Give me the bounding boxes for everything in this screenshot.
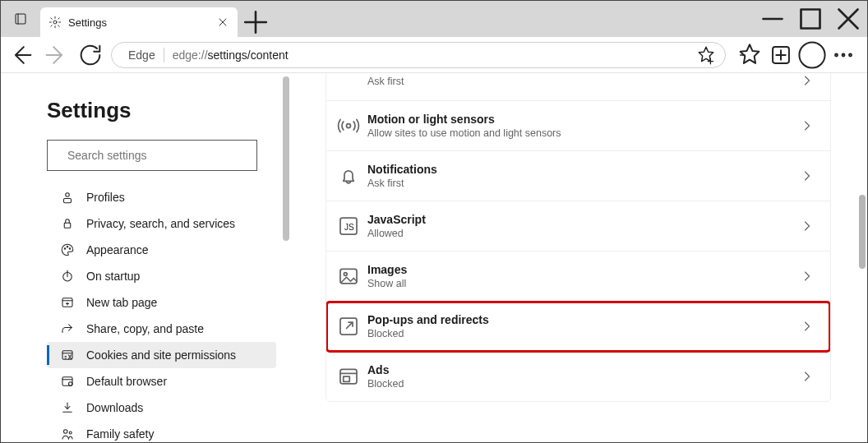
sidebar-item-downloads-icon xyxy=(60,400,75,415)
window-controls xyxy=(754,1,867,37)
svg-rect-12 xyxy=(64,223,71,228)
sidebar-item-startup[interactable]: On startup xyxy=(47,263,276,289)
chevron-right-icon xyxy=(799,268,815,284)
sidebar-item-label: Cookies and site permissions xyxy=(86,348,236,362)
tab-settings[interactable]: Settings xyxy=(40,7,238,37)
sidebar-item-appearance[interactable]: Appearance xyxy=(47,237,276,263)
sidebar-item-profiles-icon xyxy=(60,190,75,205)
perm-sensors-icon xyxy=(336,113,361,138)
forward-button[interactable] xyxy=(42,41,70,69)
perm-javascript[interactable]: JSJavaScriptAllowed xyxy=(326,201,830,251)
separator xyxy=(164,48,164,62)
sidebar-item-cookies-icon xyxy=(60,348,75,362)
perm-subtitle: Allowed xyxy=(367,228,799,239)
chevron-right-icon xyxy=(799,118,815,134)
perm-text: Pop-ups and redirectsBlocked xyxy=(361,313,799,339)
settings-sidebar: Settings ProfilesPrivacy, search, and se… xyxy=(1,73,276,442)
sidebar-item-profiles[interactable]: Profiles xyxy=(47,184,276,210)
svg-rect-2 xyxy=(801,10,820,29)
perm-text: Ask first xyxy=(361,74,799,87)
sidebar-item-default-browser-icon xyxy=(60,374,75,389)
page-scrollbar[interactable] xyxy=(854,73,867,442)
sidebar-scrollbar[interactable] xyxy=(279,73,293,442)
sidebar-container: Settings ProfilesPrivacy, search, and se… xyxy=(1,73,293,442)
chevron-right-icon xyxy=(799,318,815,335)
tab-close-button[interactable] xyxy=(216,16,229,29)
back-button[interactable] xyxy=(7,41,35,69)
perm-title: JavaScript xyxy=(367,213,799,226)
tab-actions-button[interactable] xyxy=(1,1,40,37)
sidebar-item-label: Family safety xyxy=(86,427,154,441)
perm-subtitle: Ask first xyxy=(367,76,799,87)
svg-rect-0 xyxy=(16,14,25,24)
chevron-right-icon xyxy=(799,368,815,385)
perm-text: ImagesShow all xyxy=(361,263,799,289)
perm-mic[interactable]: Ask first xyxy=(326,73,830,101)
svg-point-15 xyxy=(69,248,71,250)
svg-rect-19 xyxy=(62,377,72,386)
sidebar-item-label: New tab page xyxy=(86,296,157,309)
new-tab-button[interactable] xyxy=(238,7,274,37)
profile-button[interactable] xyxy=(798,41,826,69)
sidebar-item-newtab[interactable]: New tab page xyxy=(47,289,276,316)
perm-title: Ads xyxy=(367,363,799,376)
scroll-thumb[interactable] xyxy=(283,76,289,241)
maximize-button[interactable] xyxy=(792,1,829,37)
scroll-thumb[interactable] xyxy=(859,195,866,269)
sidebar-item-label: Privacy, search, and services xyxy=(86,217,235,230)
close-window-button[interactable] xyxy=(829,1,867,37)
perm-notifications-icon xyxy=(336,164,361,188)
perm-popups[interactable]: Pop-ups and redirectsBlocked xyxy=(326,302,830,352)
search-settings-box[interactable] xyxy=(47,140,257,171)
main-area: Ask firstMotion or light sensorsAllow si… xyxy=(293,73,867,442)
sidebar-item-family[interactable]: Family safety xyxy=(47,421,276,442)
perm-ads[interactable]: AdsBlocked xyxy=(326,352,830,401)
sidebar-item-privacy-icon xyxy=(60,216,75,231)
sidebar-item-downloads[interactable]: Downloads xyxy=(47,395,276,421)
svg-point-5 xyxy=(799,42,824,67)
sidebar-item-label: Share, copy, and paste xyxy=(86,322,204,335)
perm-notifications[interactable]: NotificationsAsk first xyxy=(326,151,830,201)
perm-javascript-icon: JS xyxy=(336,214,361,238)
sidebar-item-label: Default browser xyxy=(86,375,167,388)
toolbar-right xyxy=(732,41,861,69)
address-bar[interactable]: Edge edge://settings/content xyxy=(111,42,726,68)
svg-point-20 xyxy=(69,382,73,386)
svg-text:JS: JS xyxy=(344,223,354,232)
settings-nav: ProfilesPrivacy, search, and servicesApp… xyxy=(47,184,276,442)
perm-text: AdsBlocked xyxy=(361,363,799,390)
sidebar-item-privacy[interactable]: Privacy, search, and services xyxy=(47,210,276,237)
favorite-button[interactable] xyxy=(695,44,717,66)
content: Ask firstMotion or light sensorsAllow si… xyxy=(293,73,867,442)
perm-title: Images xyxy=(367,263,799,276)
sidebar-item-family-icon xyxy=(60,427,75,441)
collections-button[interactable] xyxy=(767,41,795,69)
sidebar-item-label: Profiles xyxy=(86,191,125,204)
search-settings-input[interactable] xyxy=(66,148,248,163)
perm-images[interactable]: ImagesShow all xyxy=(326,251,830,302)
perm-subtitle: Ask first xyxy=(367,178,799,189)
svg-point-8 xyxy=(849,53,852,56)
minimize-button[interactable] xyxy=(754,1,792,37)
sidebar-item-cookies[interactable]: Cookies and site permissions xyxy=(47,342,276,368)
sidebar-item-label: Downloads xyxy=(86,401,143,414)
perm-title: Pop-ups and redirects xyxy=(367,313,799,326)
sidebar-item-default-browser[interactable]: Default browser xyxy=(47,368,276,395)
app-name-label: Edge xyxy=(128,48,155,62)
favorites-button[interactable] xyxy=(736,41,764,69)
perm-sensors[interactable]: Motion or light sensorsAllow sites to us… xyxy=(326,101,830,151)
app-window: Settings Edge xyxy=(0,0,868,443)
refresh-button[interactable] xyxy=(76,41,104,69)
sidebar-item-share[interactable]: Share, copy, and paste xyxy=(47,316,276,342)
perm-ads-icon xyxy=(336,364,361,389)
perm-images-icon xyxy=(336,264,361,288)
sidebar-item-startup-icon xyxy=(60,269,75,284)
perm-subtitle: Blocked xyxy=(367,328,799,339)
perm-text: NotificationsAsk first xyxy=(361,163,799,189)
page-title: Settings xyxy=(47,98,276,123)
perm-title: Notifications xyxy=(367,163,799,176)
svg-point-1 xyxy=(53,21,57,24)
more-button[interactable] xyxy=(829,41,857,69)
svg-rect-11 xyxy=(64,199,72,203)
gear-icon xyxy=(48,16,62,29)
